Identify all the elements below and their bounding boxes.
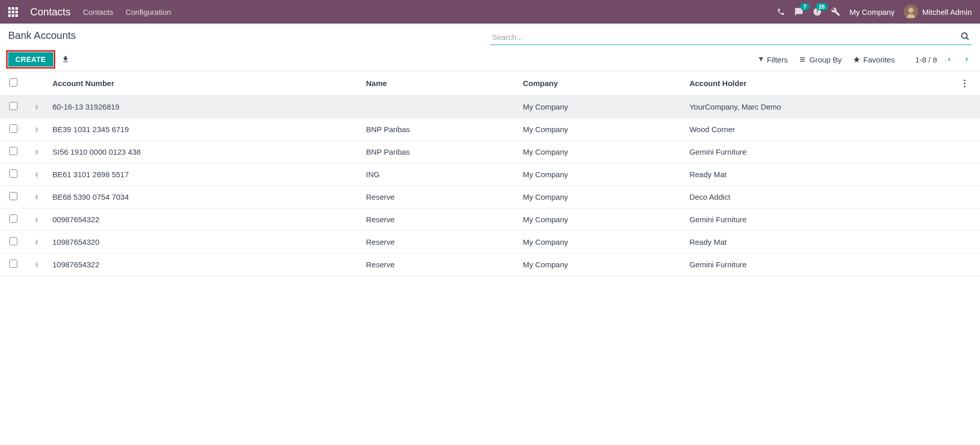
- cp-mid: Filters Group By Favorites: [758, 55, 895, 64]
- row-menu-cell: [959, 141, 980, 163]
- row-checkbox-cell: [0, 141, 26, 163]
- row-drag-cell: ▲▼: [26, 163, 48, 186]
- cell-company: My Company: [518, 118, 685, 141]
- header-checkbox-col: [0, 71, 26, 96]
- row-drag-cell: ▲▼: [26, 141, 48, 163]
- activities-badge: 26: [816, 3, 828, 10]
- row-drag-cell: ▲▼: [26, 118, 48, 141]
- user-menu[interactable]: Mitchell Admin: [904, 5, 972, 19]
- cell-account_number: SI56 1910 0000 0123 438: [47, 141, 361, 163]
- drag-handle-icon[interactable]: ▲▼: [31, 104, 42, 110]
- activities-icon[interactable]: 26: [813, 7, 822, 16]
- row-checkbox[interactable]: [9, 124, 17, 133]
- company-switcher[interactable]: My Company: [850, 8, 895, 16]
- row-checkbox-cell: [0, 186, 26, 208]
- drag-handle-icon[interactable]: ▲▼: [31, 149, 42, 155]
- row-menu-cell: [959, 118, 980, 141]
- cell-account_holder: Gemini Furniture: [684, 208, 959, 231]
- navbar-left: Contacts Contacts Configuration: [8, 6, 171, 18]
- control-panel: Bank Accounts CREATE Filters Group By: [0, 24, 980, 71]
- table-row[interactable]: ▲▼SI56 1910 0000 0123 438BNP ParibasMy C…: [0, 141, 980, 163]
- cell-account_number: 60-16-13 31926819: [47, 96, 361, 118]
- nav-link-configuration[interactable]: Configuration: [125, 8, 171, 16]
- bank-accounts-table: Account Number Name Company Account Hold…: [0, 71, 980, 276]
- svg-point-2: [962, 33, 967, 38]
- favorites-label: Favorites: [863, 55, 895, 64]
- cell-account_holder: Wood Corner: [684, 118, 959, 141]
- cell-name: Reserve: [361, 208, 517, 231]
- cell-account_holder: Gemini Furniture: [684, 253, 959, 276]
- drag-handle-icon[interactable]: ▲▼: [31, 239, 42, 245]
- row-checkbox[interactable]: [9, 169, 17, 178]
- row-checkbox[interactable]: [9, 237, 17, 245]
- table-header-row: Account Number Name Company Account Hold…: [0, 71, 980, 96]
- cell-company: My Company: [518, 253, 685, 276]
- header-company[interactable]: Company: [518, 71, 685, 96]
- columns-menu-icon[interactable]: [964, 79, 973, 88]
- cell-account_number: BE61 3101 2698 5517: [47, 163, 361, 186]
- header-name[interactable]: Name: [361, 71, 517, 96]
- search-icon[interactable]: [961, 32, 970, 41]
- apps-icon[interactable]: [8, 7, 18, 17]
- cell-account_number: BE68 5390 0754 7034: [47, 186, 361, 208]
- svg-line-3: [966, 37, 969, 40]
- row-menu-cell: [959, 208, 980, 231]
- drag-handle-icon[interactable]: ▲▼: [31, 194, 42, 200]
- row-checkbox-cell: [0, 231, 26, 253]
- table-row[interactable]: ▲▼BE68 5390 0754 7034ReserveMy CompanyDe…: [0, 186, 980, 208]
- svg-point-7: [964, 79, 966, 81]
- select-all-checkbox[interactable]: [9, 78, 17, 87]
- favorites-dropdown[interactable]: Favorites: [853, 55, 895, 64]
- row-menu-cell: [959, 163, 980, 186]
- cell-account_holder: Ready Mat: [684, 231, 959, 253]
- row-checkbox-cell: [0, 118, 26, 141]
- row-checkbox[interactable]: [9, 192, 17, 200]
- table-row[interactable]: ▲▼BE61 3101 2698 5517INGMy CompanyReady …: [0, 163, 980, 186]
- row-checkbox[interactable]: [9, 102, 17, 110]
- cell-name: [361, 96, 517, 118]
- cell-account_number: 10987654322: [47, 253, 361, 276]
- row-checkbox[interactable]: [9, 260, 17, 268]
- drag-handle-icon[interactable]: ▲▼: [31, 172, 42, 178]
- app-brand[interactable]: Contacts: [30, 6, 71, 18]
- cp-left: CREATE: [8, 52, 72, 67]
- cell-account_holder: Ready Mat: [684, 163, 959, 186]
- table-row[interactable]: ▲▼10987654322ReserveMy CompanyGemini Fur…: [0, 253, 980, 276]
- nav-link-contacts[interactable]: Contacts: [83, 8, 113, 16]
- cell-company: My Company: [518, 186, 685, 208]
- table-row[interactable]: ▲▼BE39 1031 2345 6719BNP ParibasMy Compa…: [0, 118, 980, 141]
- search-wrap: [490, 30, 972, 45]
- pager-text[interactable]: 1-8 / 8: [915, 55, 937, 64]
- cell-company: My Company: [518, 208, 685, 231]
- row-checkbox[interactable]: [9, 147, 17, 155]
- messaging-badge: 7: [800, 3, 810, 10]
- debug-icon[interactable]: [831, 7, 840, 16]
- cell-name: Reserve: [361, 253, 517, 276]
- table-row[interactable]: ▲▼10987654320ReserveMy CompanyReady Mat: [0, 231, 980, 253]
- header-account-holder[interactable]: Account Holder: [684, 71, 959, 96]
- cell-account_number: 10987654320: [47, 231, 361, 253]
- control-panel-row1: Bank Accounts: [8, 30, 972, 45]
- header-account-number[interactable]: Account Number: [47, 71, 361, 96]
- drag-handle-icon[interactable]: ▲▼: [31, 217, 42, 223]
- drag-handle-icon[interactable]: ▲▼: [31, 262, 42, 268]
- row-checkbox[interactable]: [9, 215, 17, 223]
- groupby-dropdown[interactable]: Group By: [799, 55, 841, 64]
- search-input[interactable]: [490, 30, 972, 45]
- pager-next[interactable]: [962, 54, 972, 65]
- header-menu-col: [959, 71, 980, 96]
- row-menu-cell: [959, 253, 980, 276]
- pager-prev[interactable]: [944, 54, 954, 65]
- filters-dropdown[interactable]: Filters: [758, 55, 788, 64]
- table-row[interactable]: ▲▼60-16-13 31926819My CompanyYourCompany…: [0, 96, 980, 118]
- username: Mitchell Admin: [922, 8, 972, 16]
- groupby-label: Group By: [809, 55, 841, 64]
- create-button[interactable]: CREATE: [8, 52, 53, 67]
- phone-icon[interactable]: [777, 8, 785, 16]
- messaging-icon[interactable]: 7: [794, 7, 803, 16]
- export-icon[interactable]: [59, 53, 72, 66]
- row-checkbox-cell: [0, 208, 26, 231]
- table-row[interactable]: ▲▼00987654322ReserveMy CompanyGemini Fur…: [0, 208, 980, 231]
- row-menu-cell: [959, 186, 980, 208]
- drag-handle-icon[interactable]: ▲▼: [31, 126, 42, 133]
